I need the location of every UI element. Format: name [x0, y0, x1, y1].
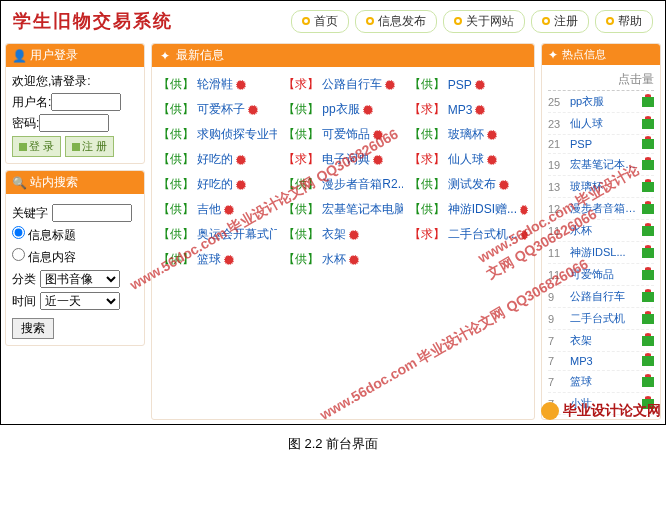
hot-item[interactable]: 21PSP	[548, 135, 654, 154]
list-item[interactable]: 【供】可爱饰品	[283, 123, 402, 146]
gift-icon	[642, 226, 654, 236]
gift-icon	[642, 97, 654, 107]
time-select[interactable]: 近一天	[40, 292, 120, 310]
gift-icon	[642, 160, 654, 170]
new-icon	[236, 180, 246, 190]
gift-icon	[642, 119, 654, 129]
gift-icon	[642, 336, 654, 346]
login-welcome: 欢迎您,请登录:	[12, 73, 138, 90]
list-item[interactable]: 【供】测试发布	[409, 173, 528, 196]
list-item[interactable]: 【供】漫步者音箱R2...	[283, 173, 402, 196]
list-item[interactable]: 【求】MP3	[409, 98, 528, 121]
new-icon	[224, 255, 234, 265]
login-button[interactable]: 登 录	[12, 136, 61, 157]
hot-item[interactable]: 7MP3	[548, 352, 654, 371]
hot-item[interactable]: 9公路自行车	[548, 286, 654, 308]
list-item[interactable]: 【供】宏基笔记本电脑	[283, 198, 402, 221]
new-icon	[236, 155, 246, 165]
list-item[interactable]: 【供】玻璃杯	[409, 123, 528, 146]
gift-icon	[642, 248, 654, 258]
figure-caption: 图 2.2 前台界面	[0, 425, 666, 463]
new-icon	[349, 255, 359, 265]
search-icon: 🔍	[12, 176, 26, 190]
nav-首页[interactable]: 首页	[291, 10, 349, 33]
username-label: 用户名:	[12, 95, 51, 109]
hot-item[interactable]: 11神游IDSL...	[548, 242, 654, 264]
list-item[interactable]: 【求】公路自行车	[283, 73, 402, 96]
list-item[interactable]: 【求】电子词典	[283, 148, 402, 171]
new-icon	[363, 105, 373, 115]
hot-list: 25pp衣服23仙人球21PSP19宏基笔记本电...13玻璃杯12漫步者音箱R…	[548, 91, 654, 415]
radio-title[interactable]: 信息标题	[12, 228, 76, 242]
list-item[interactable]: 【供】篮球	[158, 248, 277, 271]
nav-帮助[interactable]: 帮助	[595, 10, 653, 33]
gift-icon	[642, 377, 654, 387]
category-select[interactable]: 图书音像	[40, 270, 120, 288]
nav-关于网站[interactable]: 关于网站	[443, 10, 525, 33]
search-panel: 🔍站内搜索 关键字 信息标题 信息内容 分类图书音像 时间近一天 搜索	[5, 170, 145, 346]
hot-item[interactable]: 11可爱饰品	[548, 264, 654, 286]
list-item[interactable]: 【供】PSP	[409, 73, 528, 96]
nav-注册[interactable]: 注册	[531, 10, 589, 33]
new-icon	[520, 205, 528, 215]
bullet-icon	[542, 17, 550, 25]
new-icon	[373, 155, 383, 165]
username-input[interactable]	[51, 93, 121, 111]
gift-icon	[642, 292, 654, 302]
keyword-label: 关键字	[12, 205, 48, 222]
login-panel: 👤用户登录 欢迎您,请登录: 用户名: 密码: 登 录 注 册	[5, 43, 145, 164]
list-item[interactable]: 【供】轮滑鞋	[158, 73, 277, 96]
new-icon	[475, 105, 485, 115]
hot-item[interactable]: 12漫步者音箱R...	[548, 198, 654, 220]
hot-item[interactable]: 13玻璃杯	[548, 176, 654, 198]
new-icon	[373, 130, 383, 140]
hot-item[interactable]: 25pp衣服	[548, 91, 654, 113]
hot-item[interactable]: 9二手台式机	[548, 308, 654, 330]
latest-title: 最新信息	[176, 47, 224, 64]
hot-item[interactable]: 23仙人球	[548, 113, 654, 135]
hot-item[interactable]: 7篮球	[548, 371, 654, 393]
list-item[interactable]: 【求】二手台式机...	[409, 223, 528, 246]
new-icon	[487, 155, 497, 165]
list-item[interactable]: 【求】仙人球	[409, 148, 528, 171]
radio-content[interactable]: 信息内容	[12, 250, 76, 264]
list-item[interactable]: 【供】好吃的	[158, 173, 277, 196]
list-item[interactable]: 【供】吉他	[158, 198, 277, 221]
top-nav: 首页信息发布关于网站注册帮助	[291, 10, 653, 33]
list-item[interactable]: 【供】神游IDSI赠...	[409, 198, 528, 221]
list-item[interactable]: 【供】可爱杯子	[158, 98, 277, 121]
list-item[interactable]: 【供】水杯	[283, 248, 402, 271]
password-input[interactable]	[39, 114, 109, 132]
user-icon: 👤	[12, 49, 26, 63]
bullet-icon	[302, 17, 310, 25]
new-icon	[475, 80, 485, 90]
list-item[interactable]: 【供】好吃的	[158, 148, 277, 171]
gift-icon	[642, 182, 654, 192]
list-item[interactable]: 【供】pp衣服	[283, 98, 402, 121]
new-icon	[521, 230, 528, 240]
star-icon: ✦	[160, 49, 170, 63]
new-icon	[385, 80, 395, 90]
search-button[interactable]: 搜索	[12, 318, 54, 339]
footer-logo: 毕业设计论文网	[541, 402, 661, 420]
hot-item[interactable]: 11水杯	[548, 220, 654, 242]
password-label: 密码:	[12, 116, 39, 130]
bullet-icon	[366, 17, 374, 25]
gift-icon	[642, 139, 654, 149]
list-item[interactable]: 【供】求购侦探专业书	[158, 123, 277, 146]
login-title: 用户登录	[30, 47, 78, 64]
bullet-icon	[454, 17, 462, 25]
new-icon	[349, 230, 359, 240]
latest-list: 【供】轮滑鞋【求】公路自行车【供】PSP【供】可爱杯子【供】pp衣服【求】MP3…	[152, 67, 534, 277]
nav-信息发布[interactable]: 信息发布	[355, 10, 437, 33]
register-button[interactable]: 注 册	[65, 136, 114, 157]
hot-heading: 点击量	[548, 69, 654, 91]
new-icon	[224, 205, 234, 215]
star-icon: ✦	[548, 48, 558, 62]
keyword-input[interactable]	[52, 204, 132, 222]
hot-item[interactable]: 19宏基笔记本电...	[548, 154, 654, 176]
category-label: 分类	[12, 271, 36, 288]
list-item[interactable]: 【供】衣架	[283, 223, 402, 246]
list-item[interactable]: 【供】奥运会开幕式门...	[158, 223, 277, 246]
hot-item[interactable]: 7衣架	[548, 330, 654, 352]
